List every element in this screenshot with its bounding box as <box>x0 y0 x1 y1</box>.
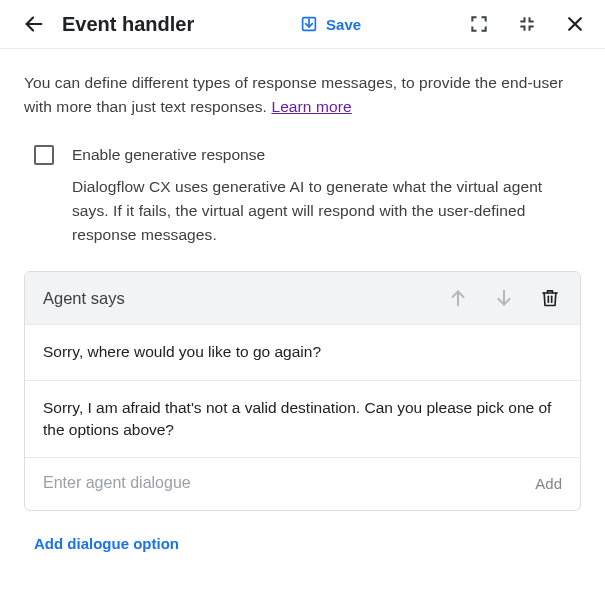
close-icon[interactable] <box>563 12 587 36</box>
agent-response[interactable]: Sorry, I am afraid that's not a valid de… <box>25 380 580 458</box>
save-icon <box>300 15 318 33</box>
save-button[interactable]: Save <box>300 15 361 33</box>
add-response-button[interactable]: Add <box>535 475 562 492</box>
agent-dialogue-input[interactable] <box>43 468 523 498</box>
panel-header: Event handler Save <box>0 0 605 49</box>
intro-text: You can define different types of respon… <box>24 71 581 119</box>
move-down-icon[interactable] <box>492 286 516 310</box>
enable-generative-label: Enable generative response <box>72 146 265 164</box>
agent-response[interactable]: Sorry, where would you like to go again? <box>25 324 580 379</box>
back-arrow-icon[interactable] <box>22 12 46 36</box>
learn-more-link[interactable]: Learn more <box>271 98 351 115</box>
fullscreen-enter-icon[interactable] <box>467 12 491 36</box>
move-up-icon[interactable] <box>446 286 470 310</box>
enable-generative-checkbox[interactable] <box>34 145 54 165</box>
page-title: Event handler <box>62 13 194 36</box>
generative-description: Dialogflow CX uses generative AI to gene… <box>72 175 581 247</box>
fullscreen-exit-icon[interactable] <box>515 12 539 36</box>
agent-says-card: Agent says Sorry, where would you like t… <box>24 271 581 511</box>
save-label: Save <box>326 16 361 33</box>
agent-says-title: Agent says <box>43 289 125 308</box>
delete-icon[interactable] <box>538 286 562 310</box>
add-dialogue-option-button[interactable]: Add dialogue option <box>34 535 179 552</box>
